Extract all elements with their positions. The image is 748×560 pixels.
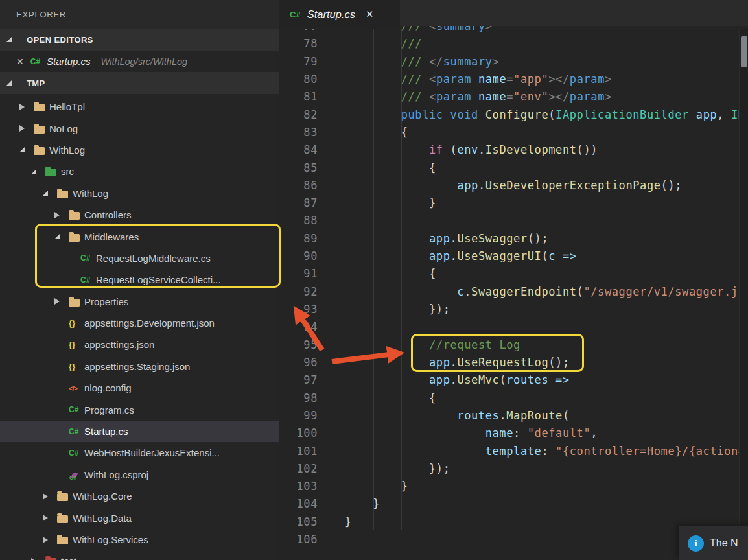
code-line-83[interactable]: 83 { (279, 123, 748, 141)
chevron-expanded-icon[interactable] (19, 147, 34, 152)
chevron-expanded-icon[interactable] (31, 169, 45, 174)
tree-item-withlog-data[interactable]: WithLog.Data (0, 507, 279, 528)
code-line-101[interactable]: 101 template: "{controller=Home}/{action… (279, 442, 748, 460)
line-number[interactable]: 99 (279, 409, 318, 422)
code-line-95[interactable]: 95 //request Log (279, 336, 748, 353)
editor-scrollbar[interactable] (739, 29, 748, 560)
line-number[interactable]: 94 (279, 320, 318, 333)
line-number[interactable]: 93 (279, 303, 318, 316)
code-line-104[interactable]: 104 } (279, 495, 748, 513)
line-number[interactable]: 103 (279, 480, 318, 493)
code-line-97[interactable]: 97 app.UseMvc(routes => (279, 371, 748, 389)
line-number[interactable]: 96 (279, 356, 318, 369)
tree-item-nolog[interactable]: NoLog (0, 117, 279, 139)
code-line-94[interactable]: 94 (279, 318, 748, 336)
tree-item-withlog-core[interactable]: WithLog.Core (0, 485, 279, 507)
code-line-98[interactable]: 98 { (279, 389, 748, 406)
line-number[interactable]: 82 (279, 108, 318, 121)
tree-item-controllers[interactable]: Controllers (0, 204, 279, 226)
tree-item-test[interactable]: test (0, 550, 279, 560)
close-editor-icon[interactable]: ✕ (16, 56, 24, 67)
line-number[interactable]: 90 (279, 250, 318, 262)
code-line-103[interactable]: 103 } (279, 478, 748, 495)
code-line-82[interactable]: 82 public void Configure(IApplicationBui… (279, 106, 748, 123)
chevron-collapsed-icon[interactable] (43, 537, 57, 543)
tree-item-properties[interactable]: Properties (0, 291, 279, 312)
line-number[interactable]: 80 (279, 73, 318, 86)
code-line-81[interactable]: 81 /// <param name="env"></param> (279, 88, 748, 106)
code-line-93[interactable]: 93 }); (279, 300, 748, 318)
code-line-99[interactable]: 99 routes.MapRoute( (279, 406, 748, 424)
tree-item-middlewares[interactable]: Middlewares (0, 226, 279, 247)
code-line-88[interactable]: 88 (279, 212, 748, 229)
line-number[interactable]: 81 (279, 90, 318, 103)
line-number[interactable]: 84 (279, 143, 318, 156)
line-number[interactable]: 89 (279, 232, 318, 245)
tree-item-withlog[interactable]: WithLog (0, 183, 279, 204)
line-number[interactable]: 97 (279, 373, 318, 386)
tree-item-src[interactable]: src (0, 161, 279, 182)
tree-item-appsettings-development-json[interactable]: {}appsettings.Development.json (0, 312, 279, 334)
code-line-105[interactable]: 105} (279, 513, 748, 530)
tree-item-withlog[interactable]: WithLog (0, 139, 279, 161)
code-line-106[interactable]: 106 (279, 530, 748, 548)
line-number[interactable]: 106 (279, 533, 318, 546)
chevron-collapsed-icon[interactable] (19, 125, 34, 132)
tree-item-program-cs[interactable]: C#Program.cs (0, 399, 279, 420)
tree-item-withlog-services[interactable]: WithLog.Services (0, 529, 279, 550)
tree-item-webhostbuilderjexusextensi[interactable]: C#WebHostBuilderJexusExtensi... (0, 442, 279, 463)
chevron-collapsed-icon[interactable] (43, 493, 57, 500)
line-number[interactable]: 101 (279, 445, 318, 458)
line-number[interactable]: 87 (279, 196, 318, 209)
code-line-86[interactable]: 86 app.UseDeveloperExceptionPage(); (279, 176, 748, 194)
line-number[interactable]: 98 (279, 391, 318, 404)
code-line-79[interactable]: 79 /// </summary> (279, 52, 748, 70)
open-editor-item-startup-cs[interactable]: ✕ C# Startup.cs WithLog/src/WithLog (0, 51, 279, 72)
code-line-96[interactable]: 96 app.UseRequestLog(); (279, 353, 748, 371)
code-line-84[interactable]: 84 if (env.IsDevelopment()) (279, 141, 748, 159)
open-editors-header[interactable]: OPEN EDITORS (0, 29, 279, 51)
line-number[interactable]: 104 (279, 497, 318, 510)
tree-item-hellotpl[interactable]: HelloTpl (0, 96, 279, 117)
scrollbar-thumb[interactable] (741, 36, 747, 67)
tab-startup-cs[interactable]: C# Startup.cs ✕ (279, 0, 400, 29)
tree-item-nlog-config[interactable]: </>nlog.config (0, 377, 279, 399)
code-line-102[interactable]: 102 }); (279, 460, 748, 477)
chevron-collapsed-icon[interactable] (54, 212, 69, 218)
line-number[interactable]: 105 (279, 515, 318, 528)
line-number[interactable]: 83 (279, 126, 318, 139)
tree-item-startup-cs[interactable]: C#Startup.cs (0, 421, 279, 442)
code-line-91[interactable]: 91 { (279, 265, 748, 283)
line-number[interactable]: 91 (279, 267, 318, 280)
notification-toast[interactable]: i The N (679, 526, 748, 560)
chevron-collapsed-icon[interactable] (54, 298, 69, 305)
tree-item-appsettings-json[interactable]: {}appsettings.json (0, 334, 279, 355)
code-line-80[interactable]: 80 /// <param name="app"></param> (279, 70, 748, 88)
tree-item-withlog-csproj[interactable]: C#WithLog.csproj (0, 464, 279, 485)
line-number[interactable]: 88 (279, 214, 318, 227)
code-line-89[interactable]: 89 app.UseSwagger(); (279, 229, 748, 247)
tab-close-icon[interactable]: ✕ (366, 8, 374, 20)
line-number[interactable]: 86 (279, 179, 318, 192)
line-number[interactable]: 85 (279, 161, 318, 174)
chevron-expanded-icon[interactable] (54, 234, 69, 239)
line-number[interactable]: 95 (279, 338, 318, 351)
workspace-section-header[interactable]: TMP (0, 72, 279, 94)
code-line-92[interactable]: 92 c.SwaggerEndpoint("/swagger/v1/swagge… (279, 283, 748, 300)
line-number[interactable]: 100 (279, 426, 318, 439)
tree-item-requestlogmiddleware-cs[interactable]: C#RequestLogMiddleware.cs (0, 248, 279, 269)
chevron-collapsed-icon[interactable] (43, 515, 57, 521)
line-number[interactable]: 102 (279, 462, 318, 475)
code-line-87[interactable]: 87 } (279, 194, 748, 212)
chevron-collapsed-icon[interactable] (19, 104, 34, 110)
line-number[interactable]: 79 (279, 55, 318, 68)
code-line-90[interactable]: 90 app.UseSwaggerUI(c => (279, 247, 748, 264)
chevron-expanded-icon[interactable] (43, 191, 57, 196)
code-area[interactable]: 77 /// <summary>78 ///79 /// </summary>8… (279, 17, 748, 548)
code-line-85[interactable]: 85 { (279, 159, 748, 176)
line-number[interactable]: 78 (279, 37, 318, 50)
tree-item-requestlogservicecollecti[interactable]: C#RequestLogServiceCollecti... (0, 269, 279, 290)
tree-item-appsettings-staging-json[interactable]: {}appsettings.Staging.json (0, 356, 279, 377)
code-line-78[interactable]: 78 /// (279, 35, 748, 52)
code-line-100[interactable]: 100 name: "default", (279, 425, 748, 442)
